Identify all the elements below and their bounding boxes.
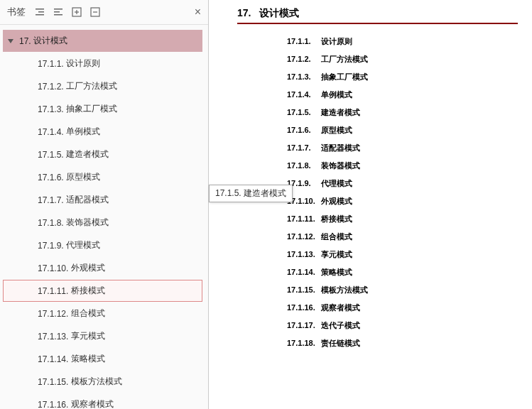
document-view[interactable]: 17. 设计模式 17.1.1.设计原则17.1.2.工厂方法模式17.1.3.… [209,0,532,409]
bookmark-label: 单例模式 [66,126,100,138]
bookmark-label: 模板方法模式 [71,376,122,388]
bookmark-number: 17.1.14. [38,354,68,364]
toc-label: 设计原则 [321,37,352,45]
toc-item[interactable]: 17.1.4.单例模式 [237,86,518,104]
bookmark-item[interactable]: 17.1.7. 适配器模式 [3,189,202,211]
bookmark-label: 设计原则 [66,58,100,70]
toc-label: 单例模式 [321,90,352,99]
bookmark-item[interactable]: 17.1.13. 享元模式 [3,325,202,347]
close-icon[interactable]: × [195,6,201,18]
expand-icon[interactable] [71,6,82,18]
bookmark-label: 策略模式 [71,353,105,365]
bookmark-item[interactable]: 17.1.11. 桥接模式 [3,280,202,302]
bookmark-label: 适配器模式 [66,194,109,206]
svg-rect-5 [54,14,63,16]
toc-number: 17.1.11. [287,214,321,223]
chevron-down-icon [8,39,13,43]
toc-item[interactable]: 17.1.11.桥接模式 [237,210,518,228]
bookmark-number: 17.1.3. [38,104,64,114]
toc-item[interactable]: 17.1.3.抽象工厂模式 [237,68,518,86]
bookmark-item[interactable]: 17.1.14. 策略模式 [3,348,202,370]
toc-label: 代理模式 [321,179,352,187]
toc-number: 17.1.12. [287,232,321,241]
bookmark-number: 17.1.15. [38,377,68,387]
bookmark-label: 建造者模式 [66,148,109,160]
bookmark-item[interactable]: 17.1.5. 建造者模式 [3,143,202,165]
bookmark-number: 17.1.5. [38,150,64,160]
bookmark-label: 外观模式 [71,262,105,274]
bookmark-item[interactable]: 17.1.16. 观察者模式 [3,393,202,409]
bookmarks-sidebar: 书签 × 17. 设计模式17.1.1. 设计原则17.1.2. 工厂方法模式1… [0,0,209,409]
toc-number: 17.1.3. [287,72,321,81]
toc-item[interactable]: 17.1.16.观察者模式 [237,299,518,317]
toc-number: 17.1.14. [287,268,321,276]
page-heading: 17. 设计模式 [237,7,518,24]
toc-number: 17.1.16. [287,303,321,312]
bookmark-item[interactable]: 17.1.2. 工厂方法模式 [3,75,202,97]
toc-item[interactable]: 17.1.5.建造者模式 [237,104,518,121]
bookmark-number: 17. [19,36,31,46]
toc-label: 模板方法模式 [321,285,368,294]
toc-item[interactable]: 17.1.7.适配器模式 [237,139,518,157]
bookmark-number: 17.1.13. [38,332,68,342]
toc-label: 适配器模式 [321,143,360,152]
collapse-icon[interactable] [89,6,101,18]
bookmark-item[interactable]: 17.1.12. 组合模式 [3,302,202,325]
toc-number: 17.1.7. [287,143,321,152]
bookmark-label: 原型模式 [66,171,100,183]
toc-label: 原型模式 [321,126,352,134]
toc-number: 17.1.4. [287,90,321,99]
toc-item[interactable]: 17.1.8.装饰器模式 [237,157,518,175]
bookmark-label: 抽象工厂模式 [66,103,117,115]
svg-rect-4 [54,11,60,13]
toc-number: 17.1.2. [287,55,321,63]
bookmark-item[interactable]: 17.1.3. 抽象工厂模式 [3,98,202,120]
toc-item[interactable]: 17.1.15.模板方法模式 [237,281,518,299]
outdent-icon[interactable] [53,6,64,18]
toc-item[interactable]: 17.1.1.设计原则 [237,33,518,50]
bookmark-number: 17.1.4. [38,127,64,137]
toc-item[interactable]: 17.1.13.享元模式 [237,246,518,263]
bookmark-number: 17.1.7. [38,195,64,205]
svg-rect-2 [36,14,44,16]
toc-item[interactable]: 17.1.6.原型模式 [237,121,518,139]
bookmark-number: 17.1.9. [38,241,64,251]
bookmark-tree[interactable]: 17. 设计模式17.1.1. 设计原则17.1.2. 工厂方法模式17.1.3… [0,25,208,409]
bookmark-item[interactable]: 17.1.6. 原型模式 [3,166,202,188]
bookmark-label: 代理模式 [66,239,100,251]
bookmark-item[interactable]: 17.1.9. 代理模式 [3,234,202,256]
bookmark-item[interactable]: 17.1.1. 设计原则 [3,53,202,75]
bookmark-number: 17.1.16. [38,400,68,410]
indent-icon[interactable] [34,6,45,18]
svg-rect-3 [54,9,63,10]
toc-item[interactable]: 17.1.14.策略模式 [237,263,518,281]
bookmark-item[interactable]: 17.1.8. 装饰器模式 [3,212,202,234]
sidebar-toolbar [34,6,195,18]
toc-number: 17.1.13. [287,250,321,258]
toc-number: 17.1.17. [287,321,321,329]
sidebar-title: 书签 [7,6,26,18]
bookmark-parent[interactable]: 17. 设计模式 [3,30,202,52]
toc-label: 建造者模式 [321,108,360,116]
toc-item[interactable]: 17.1.18.责任链模式 [237,334,518,352]
toc-item[interactable]: 17.1.12.组合模式 [237,228,518,246]
tooltip: 17.1.5. 建造者模式 [209,185,293,202]
toc-number: 17.1.8. [287,161,321,170]
bookmark-item[interactable]: 17.1.10. 外观模式 [3,257,202,279]
toc-label: 外观模式 [321,197,352,205]
toc-number: 17.1.6. [287,126,321,134]
toc-label: 桥接模式 [321,214,352,223]
bookmark-item[interactable]: 17.1.15. 模板方法模式 [3,371,202,393]
svg-rect-1 [38,11,44,13]
toc-item[interactable]: 17.1.2.工厂方法模式 [237,50,518,68]
bookmark-item[interactable]: 17.1.4. 单例模式 [3,121,202,143]
bookmark-number: 17.1.10. [38,263,68,273]
bookmark-label: 装饰器模式 [66,217,109,229]
bookmark-number: 17.1.12. [38,309,68,319]
toc-number: 17.1.18. [287,339,321,347]
toc-label: 策略模式 [321,268,352,276]
toc-label: 责任链模式 [321,339,360,347]
toc-item[interactable]: 17.1.17.迭代子模式 [237,317,518,334]
bookmark-number: 17.1.11. [38,286,68,296]
toc-label: 组合模式 [321,232,352,241]
